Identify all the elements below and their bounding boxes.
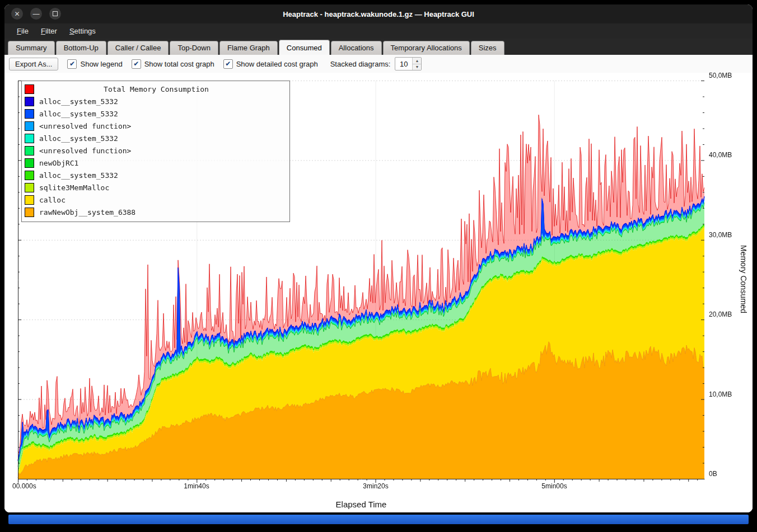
y-tick-label: 50,0MB xyxy=(709,72,732,79)
tab-consumed[interactable]: Consumed xyxy=(279,40,330,55)
show-legend-checkbox[interactable]: ✔ Show legend xyxy=(67,59,122,69)
legend-title: Total Memory Consumption xyxy=(39,85,273,93)
legend-item: alloc__system_5332 xyxy=(25,95,287,107)
spinner-up-icon[interactable]: ▲ xyxy=(413,58,421,64)
x-tick-label: 1min40s xyxy=(184,482,209,490)
legend-swatch xyxy=(25,171,34,180)
legend-swatch xyxy=(25,109,34,119)
y-tick-label: 0B xyxy=(709,470,717,478)
y-tick-label: 30,0MB xyxy=(709,231,732,239)
legend-swatch-total xyxy=(25,84,34,94)
show-total-cost-checkbox[interactable]: ✔ Show total cost graph xyxy=(132,59,214,69)
x-tick-label: 00.000s xyxy=(12,482,36,490)
desktop-background: ✕ — Heaptrack - heaptrack.wakunode.1.gz … xyxy=(0,0,757,532)
menubar: File Filter Settings xyxy=(4,23,753,39)
legend-swatch xyxy=(25,183,34,192)
stacked-diagrams-spinner[interactable]: 10 ▲ ▼ xyxy=(395,57,422,70)
heaptrack-window: ✕ — Heaptrack - heaptrack.wakunode.1.gz … xyxy=(4,4,753,512)
chart-legend: Total Memory Consumption alloc__system_5… xyxy=(21,81,290,222)
spinner-down-icon[interactable]: ▼ xyxy=(413,64,421,70)
y-axis-title: Memory Consumed xyxy=(739,245,748,313)
legend-item: <unresolved function> xyxy=(25,120,287,132)
legend-swatch xyxy=(25,208,34,217)
tab-sizes[interactable]: Sizes xyxy=(471,41,504,55)
legend-swatch xyxy=(25,134,34,143)
legend-item: alloc__system_5332 xyxy=(25,169,287,181)
y-tick-label: 20,0MB xyxy=(709,310,732,318)
tab-top-down[interactable]: Top-Down xyxy=(170,41,218,55)
menu-file[interactable]: File xyxy=(11,25,34,37)
x-axis-title: Elapsed Time xyxy=(18,500,704,509)
legend-item: alloc__system_5332 xyxy=(25,107,287,120)
legend-item: rawNewObj__system_6388 xyxy=(25,206,287,218)
tab-flame-graph[interactable]: Flame Graph xyxy=(219,41,278,55)
x-tick-label: 3min20s xyxy=(363,482,388,490)
legend-item: alloc__system_5332 xyxy=(25,132,287,144)
checkbox-checked-icon: ✔ xyxy=(67,59,77,69)
checkbox-label: Show total cost graph xyxy=(144,60,214,68)
stacked-diagrams-label: Stacked diagrams: xyxy=(330,60,391,68)
export-as-button[interactable]: Export As... xyxy=(9,58,58,70)
legend-swatch xyxy=(25,121,34,131)
spinner-buttons: ▲ ▼ xyxy=(412,58,421,70)
window-title: Heaptrack - heaptrack.wakunode.1.gz — He… xyxy=(283,10,474,18)
menu-filter[interactable]: Filter xyxy=(35,25,63,37)
tab-caller-callee[interactable]: Caller / Callee xyxy=(108,41,169,55)
checkbox-label: Show legend xyxy=(80,60,122,68)
toolbar: Export As... ✔ Show legend ✔ Show total … xyxy=(4,55,753,73)
tab-bottom-up[interactable]: Bottom-Up xyxy=(56,41,106,55)
legend-swatch xyxy=(25,146,34,156)
y-tick-label: 10,0MB xyxy=(709,390,732,398)
tab-temporary-allocations[interactable]: Temporary Allocations xyxy=(383,41,470,55)
spinner-value: 10 xyxy=(395,58,412,70)
close-icon: ✕ xyxy=(14,10,20,18)
legend-swatch xyxy=(25,158,34,168)
maximize-button[interactable] xyxy=(49,8,61,20)
tab-allocations[interactable]: Allocations xyxy=(331,41,382,55)
close-button[interactable]: ✕ xyxy=(11,8,23,20)
tab-bar: Summary Bottom-Up Caller / Callee Top-Do… xyxy=(4,39,753,55)
window-controls: ✕ — xyxy=(11,8,61,20)
desktop-panel xyxy=(8,515,749,524)
show-detailed-cost-checkbox[interactable]: ✔ Show detailed cost graph xyxy=(223,59,318,69)
x-tick-label: 5min00s xyxy=(541,482,567,490)
minimize-button[interactable]: — xyxy=(30,8,42,20)
legend-swatch xyxy=(25,195,34,205)
legend-item: <unresolved function> xyxy=(25,144,287,157)
y-tick-label: 40,0MB xyxy=(709,151,732,159)
checkbox-label: Show detailed cost graph xyxy=(236,60,318,68)
legend-item: calloc xyxy=(25,194,287,206)
titlebar[interactable]: ✕ — Heaptrack - heaptrack.wakunode.1.gz … xyxy=(4,4,753,23)
legend-item: sqlite3MemMalloc xyxy=(25,181,287,194)
maximize-icon xyxy=(53,11,58,16)
chart-area: Total Memory Consumption alloc__system_5… xyxy=(4,73,753,512)
legend-title-row: Total Memory Consumption xyxy=(25,83,287,95)
checkbox-checked-icon: ✔ xyxy=(223,59,233,69)
menu-settings[interactable]: Settings xyxy=(64,25,101,37)
legend-item: newObjRC1 xyxy=(25,157,287,169)
checkbox-checked-icon: ✔ xyxy=(132,59,141,69)
tab-summary[interactable]: Summary xyxy=(8,41,55,55)
legend-swatch xyxy=(25,97,34,106)
minimize-icon: — xyxy=(33,10,40,18)
